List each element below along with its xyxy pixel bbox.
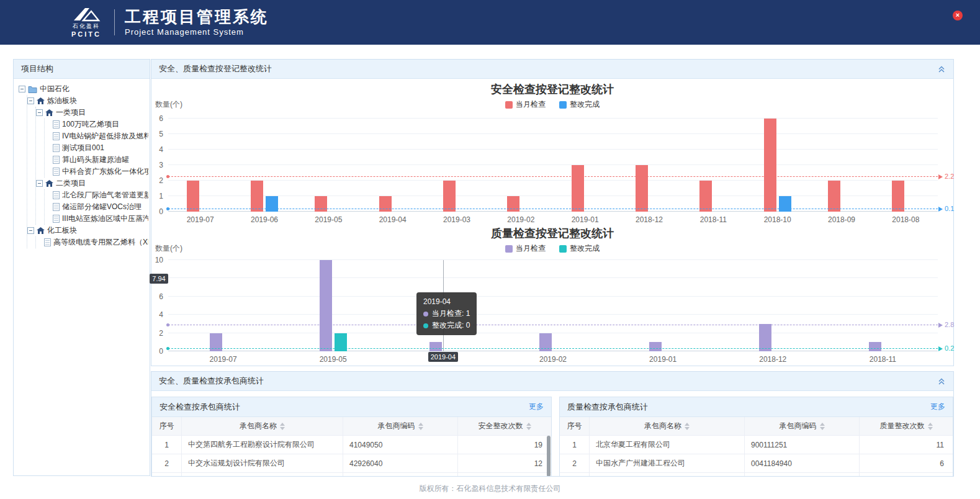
table-row[interactable]: 2中交水运规划设计院有限公司4292604012 — [152, 454, 551, 473]
column-header[interactable]: 安全整改次数 — [458, 417, 551, 435]
legend-item[interactable]: 整改完成 — [559, 99, 600, 110]
table-cell: 中交第二航务工程勘察设计院有限公司 — [182, 473, 343, 477]
column-header[interactable]: 承包商名称 — [182, 417, 343, 435]
legend-marker-icon — [559, 245, 567, 253]
legend-item[interactable]: 当月检查 — [505, 99, 546, 110]
bar[interactable] — [507, 196, 519, 212]
table-cell: 中国化学工程第四建设有限公司 — [590, 473, 745, 477]
column-header[interactable]: 承包商编码 — [343, 417, 458, 435]
tree-node[interactable]: 化工板块 — [27, 225, 148, 236]
bar[interactable] — [636, 165, 648, 212]
bar[interactable] — [892, 181, 904, 212]
collapse-icon[interactable] — [937, 65, 946, 73]
tree-node[interactable]: 算山码头新建原油罐 — [45, 154, 148, 166]
bar[interactable] — [251, 181, 263, 212]
x-axis-label: 2019-01 — [637, 355, 689, 364]
table-cell: 12 — [458, 454, 551, 472]
sort-icon[interactable] — [280, 423, 285, 430]
legend-item[interactable]: 当月检查 — [505, 243, 546, 254]
home-icon — [45, 109, 53, 117]
sort-icon[interactable] — [685, 423, 690, 430]
bar[interactable] — [572, 165, 584, 212]
tree-node[interactable]: 储运部分储罐VOCs治理 — [45, 201, 148, 213]
bar[interactable] — [315, 196, 327, 212]
table-cell: 1 — [152, 436, 182, 454]
x-axis-label: 2019-04 — [367, 215, 419, 224]
bar[interactable] — [759, 324, 771, 351]
doc-icon — [53, 120, 60, 128]
column-header[interactable]: 承包商编码 — [745, 417, 860, 435]
tree-node[interactable]: 中科合资广东炼化一体化项目 — [45, 166, 148, 178]
column-header-label: 序号 — [160, 421, 174, 431]
table-row[interactable]: 1北京华夏工程有限公司90011125111 — [560, 436, 953, 454]
bar[interactable] — [266, 196, 278, 212]
contractor-cards: 安全检查按承包商统计 更多 序号承包商名称承包商编码安全整改次数1中交第四航务工… — [151, 397, 953, 477]
close-button[interactable]: × — [953, 11, 963, 20]
bar[interactable] — [443, 181, 456, 212]
tree-expander-icon[interactable] — [27, 227, 34, 234]
tree-expander-icon[interactable] — [36, 109, 43, 116]
tree-node[interactable]: 北仑段厂际油气老管道更新 — [45, 189, 148, 201]
table-cell: 中交第四航务工程勘察设计院有限公司 — [182, 436, 343, 454]
table-row[interactable]: 2中国水产广州建港工程公司00411849406 — [560, 454, 953, 473]
tree-node[interactable]: 高等级电缆专用聚乙烯料（XLPE — [36, 236, 148, 248]
bar[interactable] — [779, 196, 791, 212]
sort-icon[interactable] — [820, 423, 825, 430]
tree-node[interactable]: 测试项目001 — [45, 142, 148, 154]
app-subtitle: Project Management System — [125, 27, 269, 37]
markline-arrow-icon — [938, 174, 943, 179]
column-header[interactable]: 承包商名称 — [590, 417, 745, 435]
header-divider — [114, 9, 115, 35]
vertical-scrollbar[interactable] — [547, 436, 551, 477]
tree-node-label: 化工板块 — [47, 225, 77, 236]
y-axis-tick: 4 — [159, 145, 163, 154]
legend-item[interactable]: 整改完成 — [559, 243, 600, 254]
tree-node[interactable]: 炼油板块 — [27, 95, 148, 107]
tree-node-label: 算山码头新建原油罐 — [62, 155, 129, 165]
tree-node[interactable]: 二类项目 — [36, 178, 148, 189]
bar[interactable] — [187, 181, 199, 212]
sort-icon[interactable] — [928, 423, 933, 430]
tree-node-label: 北仑段厂际油气老管道更新 — [62, 190, 148, 200]
bar[interactable] — [429, 342, 442, 351]
bar[interactable] — [320, 260, 332, 351]
bar[interactable] — [699, 181, 712, 212]
tree-children: 一类项目100万吨乙烯项目IV电站锅炉超低排放及燃料输测试项目001算山码头新建… — [35, 107, 148, 225]
bar[interactable] — [764, 119, 776, 212]
tree-expander-icon[interactable] — [36, 180, 43, 187]
doc-icon — [53, 203, 60, 211]
bar[interactable] — [649, 342, 662, 351]
sort-icon[interactable] — [418, 423, 423, 430]
copyright-text: 版权所有：石化盈科信息技术有限责任公司 — [420, 484, 561, 493]
x-axis-label: 2018-08 — [879, 215, 932, 224]
card-title: 安全检查按承包商统计 — [160, 402, 240, 413]
bar[interactable] — [379, 196, 392, 212]
tree-expander-icon[interactable] — [27, 97, 34, 104]
more-link[interactable]: 更多 — [529, 402, 544, 412]
bar[interactable] — [869, 342, 881, 351]
markline-average-label: 2.2 — [945, 173, 954, 180]
tree-node[interactable]: III电站至炼油区域中压蒸汽系 — [45, 213, 148, 225]
tree-node[interactable]: 100万吨乙烯项目 — [45, 119, 148, 130]
column-header[interactable]: 质量整改次数 — [860, 417, 953, 435]
pcitc-logo: 石化盈科 PCITC — [71, 7, 102, 38]
app-header: 石化盈科 PCITC 工程项目管理系统 Project Management S… — [0, 0, 980, 45]
tree-node[interactable]: 一类项目 — [36, 107, 148, 119]
quality-contractor-table: 序号承包商名称承包商编码质量整改次数1北京华夏工程有限公司90011125111… — [560, 417, 953, 477]
more-link[interactable]: 更多 — [930, 402, 945, 412]
table-cell — [343, 473, 458, 477]
table-row[interactable]: 3中交第二航务工程勘察设计院有限公司 — [152, 473, 551, 477]
sort-icon[interactable] — [526, 423, 531, 430]
quality-inspection-chart: 质量检查按登记整改统计 当月检查整改完成 数量(个) 02468102019-0… — [151, 226, 953, 366]
tree-node[interactable]: 中国石化 — [19, 83, 148, 95]
table-cell: 北京华夏工程有限公司 — [590, 436, 745, 454]
tree-node[interactable]: IV电站锅炉超低排放及燃料输 — [45, 130, 148, 142]
collapse-icon[interactable] — [937, 377, 946, 385]
table-header-row: 序号承包商名称承包商编码安全整改次数 — [152, 417, 551, 436]
table-row[interactable]: 1中交第四航务工程勘察设计院有限公司4104905019 — [152, 436, 551, 454]
bar[interactable] — [828, 181, 840, 212]
column-header-label: 承包商名称 — [644, 421, 681, 431]
tree-node-label: III电站至炼油区域中压蒸汽系 — [62, 214, 148, 224]
table-row[interactable]: 3中国化学工程第四建设有限公司 — [560, 473, 953, 477]
tree-expander-icon[interactable] — [19, 86, 25, 92]
